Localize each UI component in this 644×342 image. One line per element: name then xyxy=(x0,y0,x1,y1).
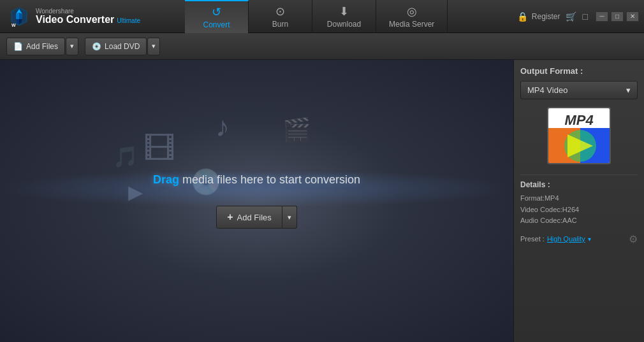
media-server-icon: ◎ xyxy=(407,4,417,18)
tab-convert-label: Convert xyxy=(203,20,230,29)
right-panel: Output Format : MP4 Video ▾ MP4 xyxy=(513,60,644,342)
center-add-files-group: + Add Files ▾ xyxy=(216,206,297,229)
shop-icon[interactable]: 🛒 xyxy=(564,10,578,23)
center-add-files-dropdown[interactable]: ▾ xyxy=(282,206,297,229)
window-controls: ─ □ ✕ xyxy=(596,11,644,22)
close-button[interactable]: ✕ xyxy=(626,11,639,22)
drag-drop-text: Drag media files here to start conversio… xyxy=(153,173,360,187)
audio-codec-detail: Audio Codec:AAC xyxy=(520,215,638,227)
add-files-label: Add Files xyxy=(26,42,58,51)
format-detail: Format:MP4 xyxy=(520,193,638,204)
logo-area: W Wondershare Video Converter Ultimate xyxy=(0,5,185,28)
center-add-files-label: Add Files xyxy=(237,213,272,222)
tab-convert[interactable]: ↺ Convert xyxy=(185,0,249,33)
video-codec-detail: Video Codec:H264 xyxy=(520,204,638,216)
output-format-title: Output Format : xyxy=(520,66,638,76)
preset-row: Preset : High Quality ▾ ⚙ xyxy=(520,233,638,245)
add-files-dropdown-button[interactable]: ▾ xyxy=(66,38,78,55)
format-selector-dropdown[interactable]: MP4 Video ▾ xyxy=(520,81,638,99)
film-reel-icon: 🎞 xyxy=(143,131,175,167)
product-name: Video Converter xyxy=(36,15,114,25)
details-title: Details : xyxy=(520,180,638,189)
main-area: 🎞 ♪ 💿 🎬 🎵 ▶ Drag media files here to sta… xyxy=(0,60,644,342)
toolbar: 📄 Add Files ▾ 💿 Load DVD ▾ xyxy=(0,33,644,60)
add-files-icon: 📄 xyxy=(13,42,23,51)
format-dropdown-arrow-icon: ▾ xyxy=(626,85,631,95)
center-add-files-button[interactable]: + Add Files xyxy=(216,206,282,229)
mp4-thumbnail-image xyxy=(548,128,610,163)
register-area: 🔒 Register 🛒 □ xyxy=(517,10,589,23)
burn-icon: ⊙ xyxy=(275,4,285,18)
tab-media-server[interactable]: ◎ Media Server xyxy=(376,0,448,33)
logo-text: Wondershare Video Converter Ultimate xyxy=(36,8,140,25)
format-name-label: MP4 Video xyxy=(527,85,567,95)
play-icon: ▶ xyxy=(128,181,143,203)
load-dvd-dropdown-button[interactable]: ▾ xyxy=(147,38,160,55)
support-icon[interactable]: □ xyxy=(582,10,589,23)
download-icon: ⬇ xyxy=(339,4,349,18)
load-dvd-icon: 💿 xyxy=(92,42,101,51)
restore-button[interactable]: □ xyxy=(611,11,624,22)
convert-icon: ↺ xyxy=(212,5,221,19)
add-files-button[interactable]: 📄 Add Files xyxy=(6,38,65,55)
preset-label: Preset : xyxy=(520,235,545,243)
preset-value[interactable]: High Quality xyxy=(547,235,585,243)
drag-suffix: media files here to start conversion xyxy=(179,173,360,186)
title-bar: W Wondershare Video Converter Ultimate ↺… xyxy=(0,0,644,33)
tab-media-server-label: Media Server xyxy=(389,20,434,29)
tab-download-label: Download xyxy=(327,20,361,29)
settings-icon[interactable]: ⚙ xyxy=(629,233,638,245)
load-dvd-label: Load DVD xyxy=(105,42,140,51)
drag-prefix: Drag xyxy=(153,173,179,186)
center-add-files-plus-icon: + xyxy=(227,211,233,223)
tab-download[interactable]: ⬇ Download xyxy=(312,0,376,33)
load-dvd-button[interactable]: 💿 Load DVD xyxy=(85,38,147,55)
tab-burn[interactable]: ⊙ Burn xyxy=(249,0,312,33)
user-icon: 🔒 xyxy=(517,11,528,22)
background-decorations: 🎞 ♪ 💿 🎬 🎵 ▶ xyxy=(0,60,513,342)
format-thumbnail: MP4 xyxy=(520,107,638,164)
music-note-icon: ♪ xyxy=(216,111,230,143)
nav-tabs: ↺ Convert ⊙ Burn ⬇ Download ◎ Media Serv… xyxy=(185,0,517,33)
minimize-button[interactable]: ─ xyxy=(596,11,608,22)
svg-text:W: W xyxy=(11,23,16,27)
tab-burn-label: Burn xyxy=(272,20,288,29)
mp4-format-label: MP4 xyxy=(548,108,610,130)
mp4-thumbnail: MP4 xyxy=(547,107,611,164)
edition-name: Ultimate xyxy=(117,17,140,24)
headphone-icon: 🎵 xyxy=(113,145,138,169)
app-logo-icon: W xyxy=(8,5,31,28)
register-link[interactable]: Register xyxy=(532,12,560,21)
drop-zone[interactable]: 🎞 ♪ 💿 🎬 🎵 ▶ Drag media files here to sta… xyxy=(0,60,513,342)
film-icon: 🎬 xyxy=(282,117,311,143)
preset-dropdown-icon[interactable]: ▾ xyxy=(588,236,591,243)
details-section: Details : Format:MP4 Video Codec:H264 Au… xyxy=(520,175,638,227)
